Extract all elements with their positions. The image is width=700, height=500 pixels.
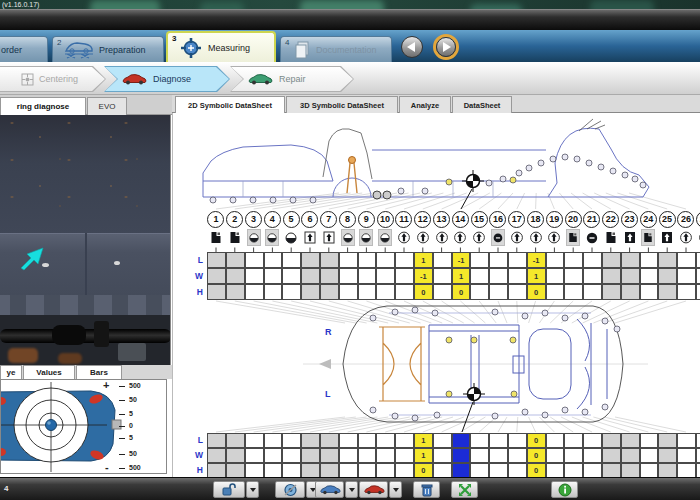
lower-cell-H-5[interactable] <box>282 463 301 478</box>
upper-cell-H-21[interactable] <box>583 284 602 300</box>
lower-cell-W-16[interactable] <box>489 448 508 463</box>
upper-cell-H-27[interactable] <box>696 284 700 300</box>
upper-cell-H-15[interactable] <box>470 284 489 300</box>
lower-cell-H-18[interactable]: 0 <box>527 463 546 478</box>
tab-order[interactable]: order <box>0 36 48 62</box>
lower-cell-W-25[interactable] <box>658 448 677 463</box>
tab-datasheet[interactable]: DataSheet <box>452 96 512 113</box>
point-circle-17[interactable]: 17 <box>508 211 525 228</box>
upper-cell-H-14[interactable]: 0 <box>452 284 471 300</box>
lock-button[interactable] <box>213 481 245 498</box>
upper-cell-L-13[interactable] <box>433 252 452 268</box>
upper-cell-H-19[interactable] <box>546 284 565 300</box>
tab-bullseye[interactable]: ye <box>0 365 22 379</box>
point-icon-13[interactable] <box>435 229 449 246</box>
red-car-button[interactable] <box>359 481 388 498</box>
point-circle-3[interactable]: 3 <box>245 211 262 228</box>
point-circle-19[interactable]: 19 <box>546 211 563 228</box>
lower-cell-L-10[interactable] <box>376 433 395 448</box>
point-icon-23[interactable] <box>623 229 637 246</box>
lower-cell-H-2[interactable] <box>226 463 245 478</box>
point-icon-4[interactable] <box>265 229 279 246</box>
upper-cell-H-11[interactable] <box>395 284 414 300</box>
upper-cell-W-23[interactable] <box>621 268 640 284</box>
upper-cell-H-12[interactable]: 0 <box>414 284 433 300</box>
upper-cell-H-25[interactable] <box>658 284 677 300</box>
tab-measuring-diagnose[interactable]: ring diagnose <box>0 97 86 115</box>
lower-cell-H-10[interactable] <box>376 463 395 478</box>
lower-cell-H-24[interactable] <box>640 463 659 478</box>
expand-button[interactable] <box>451 481 478 498</box>
upper-cell-W-18[interactable]: 1 <box>527 268 546 284</box>
lower-cell-W-3[interactable] <box>245 448 264 463</box>
upper-cell-L-6[interactable] <box>301 252 320 268</box>
upper-cell-H-8[interactable] <box>339 284 358 300</box>
upper-cell-L-8[interactable] <box>339 252 358 268</box>
upper-cell-L-26[interactable] <box>677 252 696 268</box>
lower-cell-W-24[interactable] <box>640 448 659 463</box>
upper-cell-W-3[interactable] <box>245 268 264 284</box>
point-icon-21[interactable] <box>585 229 599 246</box>
upper-cell-W-13[interactable] <box>433 268 452 284</box>
upper-cell-H-24[interactable] <box>640 284 659 300</box>
point-circle-13[interactable]: 13 <box>433 211 450 228</box>
upper-cell-H-13[interactable] <box>433 284 452 300</box>
upper-cell-H-22[interactable] <box>602 284 621 300</box>
lower-cell-L-23[interactable] <box>621 433 640 448</box>
lower-cell-H-6[interactable] <box>301 463 320 478</box>
upper-cell-H-16[interactable] <box>489 284 508 300</box>
point-circle-22[interactable]: 22 <box>602 211 619 228</box>
lower-cell-H-12[interactable]: 0 <box>414 463 433 478</box>
point-circle-6[interactable]: 6 <box>301 211 318 228</box>
point-icon-3[interactable] <box>247 229 261 246</box>
lower-cell-H-11[interactable] <box>395 463 414 478</box>
lower-cell-L-1[interactable] <box>207 433 226 448</box>
point-circle-1[interactable]: 1 <box>207 211 224 228</box>
lower-cell-H-17[interactable] <box>508 463 527 478</box>
upper-cell-H-9[interactable] <box>358 284 377 300</box>
upper-cell-L-24[interactable] <box>640 252 659 268</box>
point-icon-1[interactable] <box>209 229 223 246</box>
upper-cell-L-19[interactable] <box>546 252 565 268</box>
lower-cell-W-5[interactable] <box>282 448 301 463</box>
lower-cell-H-15[interactable] <box>470 463 489 478</box>
point-icon-9[interactable] <box>359 229 373 246</box>
upper-cell-L-12[interactable]: 1 <box>414 252 433 268</box>
upper-cell-W-24[interactable] <box>640 268 659 284</box>
point-icon-17[interactable] <box>510 229 524 246</box>
lower-cell-L-22[interactable] <box>602 433 621 448</box>
upper-cell-W-11[interactable] <box>395 268 414 284</box>
lower-cell-W-12[interactable]: 1 <box>414 448 433 463</box>
lower-cell-H-14[interactable] <box>452 463 471 478</box>
lower-cell-W-14[interactable] <box>452 448 471 463</box>
wheel-clamp-button[interactable] <box>275 481 305 498</box>
upper-cell-L-1[interactable] <box>207 252 226 268</box>
upper-cell-L-18[interactable]: -1 <box>527 252 546 268</box>
lower-cell-L-19[interactable] <box>546 433 565 448</box>
upper-cell-H-3[interactable] <box>245 284 264 300</box>
point-icon-8[interactable] <box>341 229 355 246</box>
lower-cell-W-19[interactable] <box>546 448 565 463</box>
lower-cell-H-27[interactable] <box>696 463 700 478</box>
lower-cell-W-8[interactable] <box>339 448 358 463</box>
point-icon-14[interactable] <box>453 229 467 246</box>
lower-cell-H-16[interactable] <box>489 463 508 478</box>
upper-cell-L-10[interactable] <box>376 252 395 268</box>
point-icon-16[interactable] <box>491 229 505 246</box>
point-circle-8[interactable]: 8 <box>339 211 356 228</box>
lower-cell-L-13[interactable] <box>433 433 452 448</box>
lower-cell-L-11[interactable] <box>395 433 414 448</box>
upper-cell-H-4[interactable] <box>264 284 283 300</box>
upper-cell-W-22[interactable] <box>602 268 621 284</box>
upper-cell-L-21[interactable] <box>583 252 602 268</box>
point-circle-2[interactable]: 2 <box>226 211 243 228</box>
upper-cell-H-26[interactable] <box>677 284 696 300</box>
lower-cell-L-18[interactable]: 0 <box>527 433 546 448</box>
tab-values[interactable]: Values <box>23 365 75 379</box>
lower-cell-H-25[interactable] <box>658 463 677 478</box>
point-circle-24[interactable]: 24 <box>640 211 657 228</box>
lower-cell-W-4[interactable] <box>264 448 283 463</box>
blue-car-button[interactable] <box>315 481 344 498</box>
lock-dropdown[interactable] <box>246 481 259 498</box>
upper-cell-H-10[interactable] <box>376 284 395 300</box>
